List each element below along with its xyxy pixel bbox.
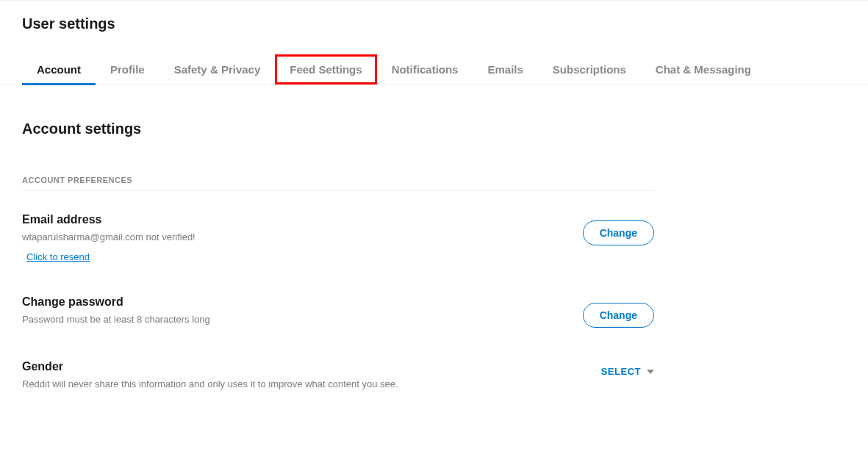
tab-notifications[interactable]: Notifications (377, 54, 473, 85)
tab-safety-privacy[interactable]: Safety & Privacy (159, 54, 276, 85)
section-title: Account settings (22, 121, 654, 137)
gender-select-button[interactable]: SELECT (601, 366, 654, 377)
section-label-account-preferences: ACCOUNT PREFERENCES (22, 176, 654, 191)
tab-profile[interactable]: Profile (96, 54, 159, 85)
setting-gender: Gender Reddit will never share this info… (22, 360, 654, 391)
setting-email: Email address wtaparulsharma@gmail.com n… (22, 213, 654, 263)
tabs-container: Account Profile Safety & Privacy Feed Se… (0, 54, 868, 85)
gender-title: Gender (22, 360, 601, 373)
tab-chat-messaging[interactable]: Chat & Messaging (641, 54, 766, 85)
page-title: User settings (22, 15, 846, 32)
tab-emails[interactable]: Emails (473, 54, 537, 85)
email-description: wtaparulsharma@gmail.com not verified! (22, 231, 583, 244)
setting-password: Change password Password must be at leas… (22, 295, 654, 328)
tab-account[interactable]: Account (22, 54, 96, 85)
chevron-down-icon (647, 370, 654, 374)
tab-subscriptions[interactable]: Subscriptions (538, 54, 641, 85)
email-title: Email address (22, 213, 583, 226)
change-password-button[interactable]: Change (583, 303, 654, 328)
resend-link[interactable]: Click to resend (26, 251, 90, 262)
change-email-button[interactable]: Change (583, 220, 654, 245)
tab-feed-settings[interactable]: Feed Settings (275, 54, 376, 85)
password-title: Change password (22, 295, 583, 309)
gender-select-label: SELECT (601, 366, 641, 377)
gender-description: Reddit will never share this information… (22, 378, 601, 391)
password-description: Password must be at least 8 characters l… (22, 313, 583, 326)
